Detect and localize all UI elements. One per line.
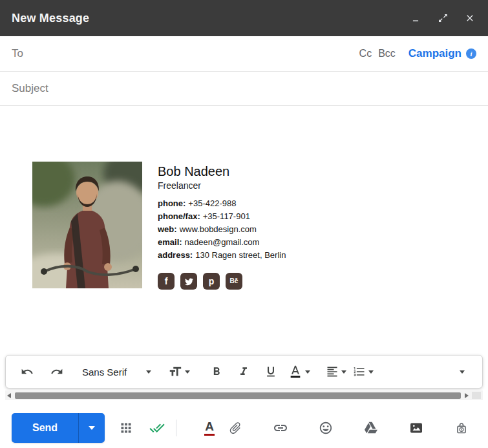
message-body[interactable]: Bob Nadeen Freelancer phone:+35-422-988 …: [0, 106, 488, 354]
close-icon[interactable]: [463, 12, 476, 25]
compose-header: New Message: [0, 0, 488, 36]
facebook-icon[interactable]: f: [158, 273, 175, 290]
insert-photo-button[interactable]: [407, 417, 426, 439]
insert-emoji-button[interactable]: [316, 417, 335, 439]
scrollbar-thumb[interactable]: [15, 392, 461, 399]
chevron-down-icon: [146, 370, 151, 374]
compose-action-bar: Send A: [0, 407, 488, 448]
signature-name: Bob Nadeen: [158, 164, 286, 179]
send-button[interactable]: Send: [12, 413, 78, 443]
chevron-down-icon: [185, 370, 190, 374]
campaign-link[interactable]: Campaign: [408, 47, 461, 60]
recipients-actions: Cc Bcc Campaign i: [359, 47, 476, 60]
subject-input[interactable]: [12, 82, 476, 95]
scroll-left-icon[interactable]: [7, 393, 11, 398]
chevron-down-icon: [368, 370, 374, 374]
formatting-toolbar: Sans Serif: [5, 355, 483, 389]
align-left-icon: [326, 365, 339, 378]
signature-details: phone:+35-422-988 phone/fax:+35-117-901 …: [158, 197, 286, 262]
behance-icon[interactable]: Bē: [226, 273, 242, 290]
bold-icon: [210, 365, 223, 378]
undo-button[interactable]: [17, 360, 37, 383]
font-family-dropdown[interactable]: Sans Serif: [82, 367, 151, 378]
window-title: New Message: [12, 12, 89, 25]
lock-clock-icon: [454, 421, 469, 435]
expand-icon[interactable]: [436, 12, 449, 25]
text-color-dropdown[interactable]: [288, 365, 310, 379]
insert-link-button[interactable]: [271, 417, 290, 439]
numbered-list-icon: [353, 365, 366, 378]
scroll-right-icon[interactable]: [465, 393, 469, 398]
signature-detail-fax: phone/fax:+35-117-901: [158, 210, 286, 223]
font-family-label: Sans Serif: [82, 367, 127, 378]
more-formatting-button[interactable]: [452, 360, 472, 383]
photo-icon: [408, 420, 424, 436]
detail-value: nadeen@gmail.com: [185, 237, 260, 247]
chevron-down-icon: [305, 370, 310, 374]
double-check-icon: [149, 420, 165, 436]
chevron-down-icon: [460, 370, 465, 374]
twitter-icon[interactable]: [180, 273, 197, 290]
minimize-icon[interactable]: [409, 12, 422, 25]
signature-info: Bob Nadeen Freelancer phone:+35-422-988 …: [158, 162, 286, 290]
detail-label: email:: [158, 237, 182, 247]
signature-detail-address: address:130 Ragen street, Berlin: [158, 249, 286, 262]
twitter-bird-glyph: [184, 277, 194, 286]
horizontal-scrollbar[interactable]: [5, 390, 483, 400]
detail-label: web:: [158, 224, 177, 234]
social-links: f p Bē: [158, 273, 286, 290]
undo-icon: [21, 365, 34, 378]
emoji-icon: [319, 421, 333, 435]
recipients-row[interactable]: Cc Bcc Campaign i: [0, 36, 488, 72]
detail-label: phone:: [158, 198, 186, 208]
bcc-button[interactable]: Bcc: [378, 48, 396, 59]
signature-detail-web: web:www.bobdesign.com: [158, 223, 286, 236]
toolbar-divider: [176, 420, 176, 436]
redo-icon: [50, 365, 63, 378]
window-controls: [409, 12, 476, 25]
underline-icon: [264, 365, 277, 378]
campaign-info-icon[interactable]: i: [466, 48, 476, 59]
behance-glyph: Bē: [230, 278, 239, 284]
italic-icon: [237, 365, 250, 378]
paperclip-icon: [226, 418, 246, 438]
detail-value: www.bobdesign.com: [180, 224, 257, 234]
attach-file-button[interactable]: [226, 417, 245, 439]
underline-button[interactable]: [261, 360, 281, 383]
signature-photo: [32, 162, 142, 288]
confidential-mode-button[interactable]: [452, 417, 471, 439]
detail-label: phone/fax:: [158, 211, 200, 221]
email-signature: Bob Nadeen Freelancer phone:+35-422-988 …: [32, 162, 286, 290]
formatting-options-button[interactable]: A: [200, 417, 219, 439]
send-options-button[interactable]: [79, 413, 105, 443]
text-color-icon: [288, 365, 302, 379]
signature-detail-phone: phone:+35-422-988: [158, 197, 286, 210]
bold-button[interactable]: [207, 360, 226, 383]
redo-button[interactable]: [47, 360, 67, 383]
detail-value: +35-117-901: [203, 211, 250, 221]
google-drive-button[interactable]: [361, 417, 381, 439]
person-with-bicycle-photo: [32, 162, 142, 288]
font-size-dropdown[interactable]: [168, 365, 190, 379]
drive-icon: [364, 421, 378, 435]
signature-detail-email: email:nadeen@gmail.com: [158, 236, 286, 249]
grid-icon: [120, 421, 133, 434]
italic-button[interactable]: [234, 360, 253, 383]
signature-role: Freelancer: [158, 180, 286, 192]
facebook-glyph: f: [165, 277, 168, 286]
chevron-down-icon: [341, 370, 346, 374]
chevron-down-icon: [89, 426, 95, 430]
detail-value: 130 Ragen street, Berlin: [195, 250, 286, 260]
align-dropdown[interactable]: [326, 365, 346, 378]
cc-button[interactable]: Cc: [359, 48, 372, 59]
font-size-icon: [168, 365, 182, 379]
pinterest-icon[interactable]: p: [203, 273, 220, 290]
grid-button[interactable]: [116, 417, 136, 439]
pinterest-glyph: p: [209, 277, 215, 286]
numbered-list-dropdown[interactable]: [353, 365, 374, 378]
mail-tracking-button[interactable]: [147, 417, 167, 439]
subject-row[interactable]: [0, 72, 488, 106]
detail-value: +35-422-988: [188, 198, 236, 208]
to-input[interactable]: [12, 47, 50, 60]
link-icon: [273, 420, 288, 436]
